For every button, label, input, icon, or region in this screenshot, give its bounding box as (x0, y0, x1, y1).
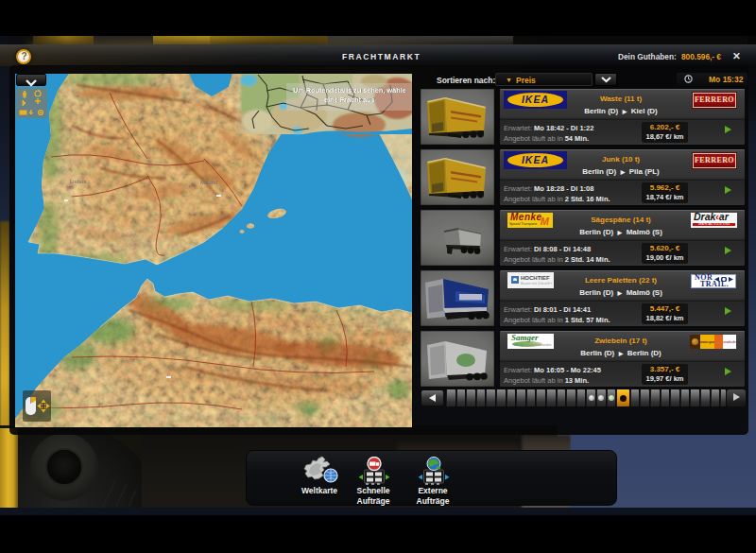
svg-text:eine Fracht aus: eine Fracht aus (324, 95, 375, 104)
svg-text:Um Routendetails zu sehen, wäh: Um Routendetails zu sehen, wähle (293, 86, 406, 95)
svg-text:Lisboa: Lisboa (70, 179, 87, 184)
svg-text:Madrid: Madrid (200, 180, 217, 185)
svg-text:IKEA: IKEA (522, 94, 549, 105)
svg-text:IKEA: IKEA (522, 154, 549, 165)
